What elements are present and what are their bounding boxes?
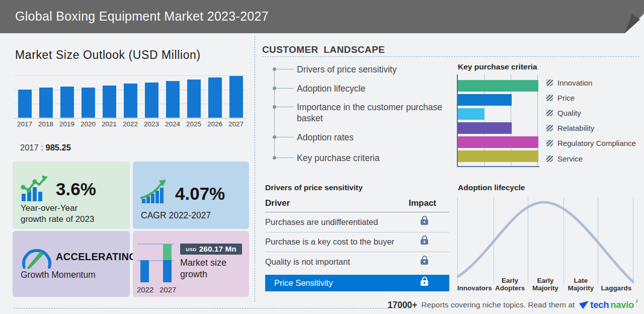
market-size-bar-2021: 2021	[101, 75, 118, 128]
currency-label: USD	[186, 247, 197, 252]
bar	[208, 77, 222, 118]
bar	[82, 88, 95, 118]
price-sensitivity-title: Drivers of price sensitivity	[265, 183, 363, 192]
technavio-logo[interactable]: technavio	[579, 299, 638, 310]
bar	[229, 76, 243, 118]
legend-swatch-icon	[546, 110, 553, 116]
chart-x-axis	[457, 166, 539, 167]
bar	[145, 83, 158, 118]
market-size-title: Market Size Outlook (USD Million)	[15, 48, 201, 62]
report-count: 17000+	[387, 300, 417, 310]
criteria-bar-price	[458, 94, 512, 106]
market-size-bar-2025: 2025	[185, 75, 202, 128]
legend-label: Quality	[557, 109, 581, 117]
growth-momentum-card: ACCELERATING Growth Momentum	[13, 231, 130, 297]
landscape-item-4: Adoption rates	[262, 132, 468, 143]
legend-item: Relatability	[546, 121, 636, 136]
landscape-item-1: Drivers of price sensitivity	[262, 64, 468, 75]
driver-label: Quality is not important	[265, 257, 350, 267]
vertical-dashed-separator	[255, 36, 255, 302]
legend-label: Innovation	[557, 78, 592, 87]
lock-icon	[421, 219, 428, 225]
criteria-bar-innovation	[458, 80, 538, 92]
lifecycle-label-4: Late Majority	[563, 273, 598, 292]
legend-swatch-icon	[546, 155, 553, 162]
legend-swatch-icon	[546, 95, 553, 101]
speedometer-icon	[21, 245, 53, 269]
growth-arrow-icon	[140, 178, 170, 204]
market-size-bar-2024: 2024	[164, 75, 181, 128]
criteria-bar-relatability	[458, 122, 512, 134]
logo-navio: navio	[610, 299, 634, 310]
price-sensitivity-table: Driver Impact Purchases are undifferenti…	[265, 198, 449, 291]
driver-row-2: Purchase is a key cost to the buyer	[265, 232, 449, 253]
growth-card-label: Market size growth	[180, 257, 226, 281]
market-size-bar-2018: 2018	[37, 75, 54, 128]
bar	[39, 88, 53, 118]
lock-icon	[421, 259, 428, 265]
lock-icon	[421, 280, 428, 286]
bar	[187, 80, 201, 118]
driver-row-3: Quality is not important	[265, 252, 449, 272]
legend-swatch-icon	[546, 140, 553, 146]
legend-item: Regulatory Compliance	[546, 136, 636, 151]
footer: 17000+ Reports covering niche topics. Re…	[387, 299, 638, 310]
base-year-label: 2017	[20, 143, 39, 152]
mini-bar-2027	[163, 260, 172, 282]
criteria-bar-quality	[458, 108, 485, 120]
market-size-bar-2017: 2017	[16, 75, 33, 128]
momentum-value: ACCELERATING	[56, 251, 137, 263]
yoy-growth-label: Year-over-Year growth rate of 2023	[21, 203, 94, 225]
price-sensitivity-highlight-row: Price Sensitivity	[265, 275, 449, 291]
market-size-growth-card: 2022 2027 USD 260.17 Mn Market size grow…	[133, 231, 249, 297]
key-purchase-criteria-title: Key purchase criteria	[458, 62, 537, 71]
market-size-bar-2020: 2020	[79, 75, 97, 128]
criteria-bar-service	[458, 150, 538, 162]
bar	[166, 81, 180, 118]
year-label: 2019	[59, 120, 74, 128]
legend-item: Service	[546, 151, 636, 166]
market-size-bar-2022: 2022	[122, 75, 139, 128]
adoption-lifecycle-chart	[457, 196, 634, 285]
legend-label: Regulatory Compliance	[557, 139, 636, 147]
lifecycle-label-2: Early Adopters	[492, 273, 527, 292]
base-year-value: 2017 : 985.25	[20, 143, 71, 152]
mini-bar-2027-growth-segment	[163, 244, 172, 260]
growth-label-line2: growth	[180, 269, 226, 280]
table-header-row: Driver Impact	[265, 198, 449, 212]
technavio-mark-icon	[579, 300, 589, 309]
growth-label-line1: Market size	[180, 257, 226, 269]
market-size-bar-chart: 2017201820192020202120222023202420252026…	[14, 75, 247, 128]
trademark-icon	[635, 299, 638, 303]
cagr-label: CAGR 2022-2027	[141, 210, 211, 221]
key-purchase-criteria-legend: InnovationPriceQualityRelatabilityRegula…	[546, 75, 636, 166]
infographic-canvas: Global Boxing Equipment Market 2023-2027…	[0, 0, 644, 314]
legend-label: Relatability	[557, 124, 594, 132]
page-title: Global Boxing Equipment Market 2023-2027	[0, 0, 644, 32]
legend-swatch-icon	[546, 125, 553, 131]
year-label: 2020	[80, 120, 96, 128]
lock-icon	[421, 239, 428, 245]
year-label: 2022	[123, 120, 138, 128]
logo-tech: tech	[590, 299, 609, 310]
bar	[124, 84, 137, 118]
market-size-bar-2027: 2027	[227, 75, 245, 128]
market-size-bar-2023: 2023	[143, 75, 160, 128]
momentum-label: Growth Momentum	[21, 269, 96, 281]
base-year-separator: :	[41, 143, 43, 152]
driver-row-1: Purchases are undifferentiated	[265, 212, 449, 232]
bar-trend-icon	[20, 175, 52, 203]
adoption-lifecycle-title: Adoption lifecycle	[458, 183, 525, 192]
cagr-card: 4.07% CAGR 2022-2027	[133, 162, 249, 229]
yoy-label-line2: growth rate of 2023	[21, 214, 94, 225]
footer-dashed-separator	[14, 308, 412, 308]
legend-swatch-icon	[546, 80, 553, 86]
market-size-bar-2026: 2026	[206, 75, 223, 128]
growth-amount: 260.17 Mn	[199, 245, 236, 254]
footer-text: Reports covering niche topics. Read them…	[421, 300, 575, 309]
legend-item: Innovation	[546, 75, 636, 90]
cagr-value: 4.07%	[175, 184, 225, 204]
legend-item: Quality	[546, 105, 636, 120]
year-label: 2017	[17, 120, 32, 128]
key-purchase-criteria-chart	[457, 74, 539, 167]
